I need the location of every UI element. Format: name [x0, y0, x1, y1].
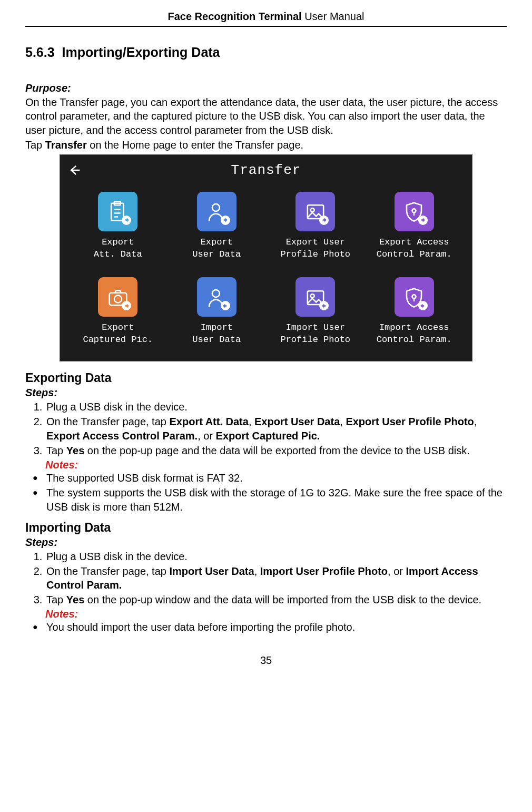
person-tile-icon — [197, 277, 237, 317]
svg-point-7 — [114, 295, 122, 302]
importing-steps-label: Steps: — [25, 536, 507, 549]
purpose-label: Purpose: — [25, 82, 507, 94]
transfer-tile[interactable]: Import User Profile Photo — [267, 277, 364, 346]
import-badge-icon — [221, 301, 230, 310]
doc-title-bold: Face Recognition Terminal — [168, 11, 301, 22]
exporting-notes-label: Notes: — [45, 459, 507, 471]
exporting-steps-label: Steps: — [25, 387, 507, 399]
document-header: Face Recognition Terminal User Manual — [25, 11, 507, 27]
camera-tile-icon — [98, 277, 137, 317]
photo-tile-icon — [295, 277, 335, 317]
transfer-tile[interactable]: Export User Profile Photo — [267, 192, 364, 261]
transfer-tile[interactable]: Import User Data — [169, 277, 265, 346]
purpose-text: On the Transfer page, you can export the… — [25, 95, 507, 137]
import-badge-icon — [319, 301, 329, 310]
transfer-tile-label: Export Att. Data — [94, 237, 142, 261]
transfer-tile-label: Export Captured Pic. — [83, 322, 153, 346]
section-number: 5.6.3 — [25, 45, 55, 60]
step-item: Tap Yes on the pop-up window and the dat… — [45, 593, 507, 607]
step-item: On the Transfer page, tap Export Att. Da… — [45, 415, 507, 443]
export-badge-icon — [122, 301, 131, 310]
step-item: Plug a USB disk in the device. — [45, 550, 507, 564]
importing-notes-label: Notes: — [45, 608, 507, 620]
svg-point-10 — [310, 294, 314, 298]
transfer-screen-figure: Transfer Export Att. DataExport User Dat… — [25, 154, 507, 362]
section-title-text: Importing/Exporting Data — [62, 45, 220, 60]
shield-tile-icon — [395, 277, 434, 317]
note-item: The supported USB disk format is FAT 32. — [33, 471, 507, 485]
transfer-tile[interactable]: Export User Data — [169, 192, 265, 261]
note-item: You should import the user data before i… — [33, 620, 507, 634]
note-item: The system supports the USB disk with th… — [33, 486, 507, 514]
transfer-screen: Transfer Export Att. DataExport User Dat… — [60, 154, 472, 362]
import-badge-icon — [418, 301, 428, 310]
screen-title: Transfer — [60, 162, 472, 178]
svg-point-11 — [412, 295, 416, 298]
screen-titlebar: Transfer — [60, 155, 472, 181]
transfer-grid: Export Att. DataExport User DataExport U… — [60, 181, 472, 361]
exporting-heading: Exporting Data — [25, 371, 507, 385]
exporting-notes-list: The supported USB disk format is FAT 32.… — [25, 471, 507, 514]
transfer-tile-label: Import User Data — [192, 322, 241, 346]
svg-point-5 — [412, 209, 416, 212]
transfer-tile[interactable]: Import Access Control Param. — [366, 277, 463, 346]
photo-tile-icon — [295, 192, 335, 231]
section-heading: 5.6.3 Importing/Exporting Data — [25, 45, 507, 60]
step-item: Plug a USB disk in the device. — [45, 400, 507, 414]
importing-heading: Importing Data — [25, 521, 507, 535]
export-badge-icon — [319, 216, 329, 225]
doc-title-rest: User Manual — [302, 11, 364, 22]
tap-instruction: Tap Transfer on the Home page to enter t… — [25, 138, 507, 152]
export-badge-icon — [418, 216, 428, 225]
export-badge-icon — [122, 216, 131, 225]
step-item: On the Transfer page, tap Import User Da… — [45, 564, 507, 593]
transfer-tile-label: Export User Data — [192, 237, 241, 261]
svg-point-8 — [212, 290, 220, 297]
transfer-tile[interactable]: Export Access Control Param. — [366, 192, 463, 261]
transfer-tile[interactable]: Export Att. Data — [70, 192, 166, 261]
export-badge-icon — [221, 216, 230, 225]
transfer-tile[interactable]: Export Captured Pic. — [70, 277, 166, 346]
importing-notes-list: You should import the user data before i… — [25, 620, 507, 634]
svg-point-2 — [212, 204, 220, 211]
transfer-tile-label: Export Access Control Param. — [377, 237, 452, 261]
person-tile-icon — [197, 192, 237, 231]
transfer-tile-label: Import Access Control Param. — [377, 322, 452, 346]
svg-point-4 — [310, 208, 314, 212]
exporting-steps-list: Plug a USB disk in the device.On the Tra… — [25, 400, 507, 457]
back-arrow-icon[interactable] — [67, 163, 82, 178]
shield-tile-icon — [395, 192, 434, 231]
clipboard-tile-icon — [98, 192, 137, 231]
transfer-tile-label: Export User Profile Photo — [280, 237, 350, 261]
importing-steps-list: Plug a USB disk in the device.On the Tra… — [25, 550, 507, 607]
page-number: 35 — [25, 654, 507, 667]
transfer-tile-label: Import User Profile Photo — [280, 322, 350, 346]
step-item: Tap Yes on the pop-up page and the data … — [45, 444, 507, 458]
